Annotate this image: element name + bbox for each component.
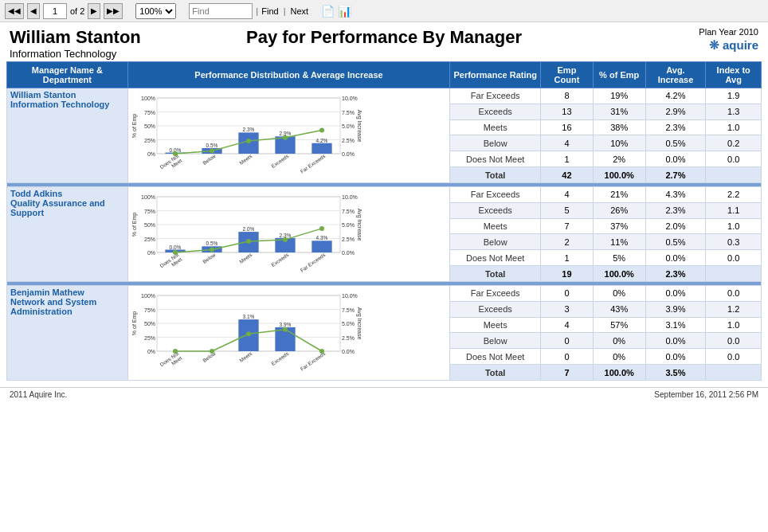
index-to-avg-cell xyxy=(706,167,762,183)
svg-text:0.5%: 0.5% xyxy=(206,241,217,246)
index-to-avg-cell: 0.0 xyxy=(706,151,762,167)
find-separator: | xyxy=(256,6,258,16)
emp-count-cell: 1 xyxy=(541,151,594,167)
performance-chart: 0%25%50%75%100%0.0%2.5%5.0%7.5%10.0%% of… xyxy=(131,289,362,375)
excel-icon[interactable]: 📊 xyxy=(338,5,351,18)
svg-text:100%: 100% xyxy=(141,96,155,101)
svg-text:Exceeds: Exceeds xyxy=(270,350,290,366)
svg-point-85 xyxy=(319,226,324,231)
report-header: William Stanton Information Technology P… xyxy=(0,22,768,61)
avg-increase-cell: 2.3% xyxy=(645,266,706,282)
index-to-avg-cell: 1.0 xyxy=(706,218,762,234)
avg-increase-cell: 4.2% xyxy=(645,88,706,104)
perf-rating-cell: Meets xyxy=(450,218,541,234)
index-to-avg-cell: 0.0 xyxy=(706,349,762,365)
perf-rating-cell: Far Exceeds xyxy=(450,88,541,104)
svg-text:Below: Below xyxy=(202,153,217,166)
find-input[interactable] xyxy=(189,3,253,19)
pct-emp-cell: 10% xyxy=(593,135,645,151)
prev-page-button[interactable]: ◀ xyxy=(27,3,40,19)
svg-point-119 xyxy=(210,349,214,354)
index-to-avg-cell: 1.3 xyxy=(706,104,762,119)
performance-chart: 0%25%50%75%100%0.0%2.5%5.0%7.5%10.0%% of… xyxy=(131,190,362,276)
pdf-icon[interactable]: 📄 xyxy=(321,5,335,18)
pct-emp-cell: 0% xyxy=(593,286,645,302)
main-table: Manager Name & Department Performance Di… xyxy=(6,61,762,381)
emp-count-cell: 19 xyxy=(541,266,594,282)
perf-rating-cell: Meets xyxy=(450,317,541,333)
svg-text:0.5%: 0.5% xyxy=(206,143,217,148)
svg-text:Exceeds: Exceeds xyxy=(270,153,290,169)
perf-rating-cell: Does Not Meet xyxy=(450,250,541,266)
page-number-input[interactable] xyxy=(43,3,67,19)
pct-emp-cell: 31% xyxy=(593,104,645,119)
svg-point-41 xyxy=(283,135,288,140)
next-page-button[interactable]: ▶ xyxy=(88,3,100,19)
perf-rating-cell: Does Not Meet xyxy=(450,151,541,167)
pct-emp-cell: 19% xyxy=(593,88,645,104)
chart-cell: 0%25%50%75%100%0.0%2.5%5.0%7.5%10.0%% of… xyxy=(127,187,450,282)
performance-chart: 0%25%50%75%100%0.0%2.5%5.0%7.5%10.0%% of… xyxy=(131,92,362,178)
avg-increase-cell: 2.3% xyxy=(645,119,706,135)
report-title: Pay for Performance By Manager xyxy=(197,27,571,48)
avg-increase-cell: 3.1% xyxy=(645,317,706,333)
emp-count-cell: 7 xyxy=(541,365,594,381)
svg-point-83 xyxy=(246,239,251,244)
emp-count-cell: 4 xyxy=(541,187,594,203)
avg-increase-cell: 0.5% xyxy=(645,234,706,250)
find-label: Find xyxy=(261,6,278,16)
svg-text:Far Exceeds: Far Exceeds xyxy=(299,153,327,174)
pct-emp-cell: 5% xyxy=(593,250,645,266)
svg-text:Avg Increase: Avg Increase xyxy=(356,110,362,143)
manager-cell: Benjamin MathewNetwork and System Admini… xyxy=(7,286,128,381)
avg-increase-cell: 0.0% xyxy=(645,286,706,302)
index-to-avg-cell: 0.0 xyxy=(706,250,762,266)
header-title: Pay for Performance By Manager xyxy=(197,27,571,48)
avg-increase-cell: 0.5% xyxy=(645,135,706,151)
last-page-button[interactable]: ▶▶ xyxy=(104,3,123,19)
index-to-avg-cell: 0.0 xyxy=(706,333,762,349)
svg-point-120 xyxy=(246,331,251,336)
zoom-select[interactable]: 100% 75% 50% 150% xyxy=(135,3,176,19)
svg-text:7.5%: 7.5% xyxy=(342,209,355,214)
report-footer: 2011 Aquire Inc. September 16, 2011 2:56… xyxy=(0,387,768,401)
avg-increase-cell: 2.3% xyxy=(645,202,706,218)
svg-text:50%: 50% xyxy=(144,321,155,327)
pipe-sep: | xyxy=(284,6,286,16)
emp-count-cell: 2 xyxy=(541,234,594,250)
svg-point-84 xyxy=(283,237,288,242)
svg-text:0.0%: 0.0% xyxy=(169,244,181,250)
chart-cell: 0%25%50%75%100%0.0%2.5%5.0%7.5%10.0%% of… xyxy=(127,286,450,381)
pct-emp-cell: 57% xyxy=(593,317,645,333)
manager-cell: William StantonInformation Technology xyxy=(7,88,128,183)
svg-text:5.0%: 5.0% xyxy=(342,222,355,228)
emp-count-cell: 7 xyxy=(541,218,594,234)
svg-text:4.2%: 4.2% xyxy=(315,138,327,143)
index-to-avg-cell: 0.2 xyxy=(706,135,762,151)
svg-text:100%: 100% xyxy=(141,293,155,299)
avg-increase-cell: 4.3% xyxy=(645,187,706,203)
svg-text:% of Emp: % of Emp xyxy=(131,311,138,335)
pct-emp-cell: 21% xyxy=(593,187,645,203)
perf-rating-cell: Total xyxy=(450,365,541,381)
pct-emp-cell: 26% xyxy=(593,202,645,218)
index-to-avg-cell: 1.9 xyxy=(706,88,762,104)
svg-text:Exceeds: Exceeds xyxy=(270,252,290,268)
avg-increase-cell: 0.0% xyxy=(645,333,706,349)
th-manager: Manager Name & Department xyxy=(7,62,128,88)
of-pages-label: of 2 xyxy=(70,6,84,16)
toolbar: ◀◀ ◀ of 2 ▶ ▶▶ 100% 75% 50% 150% | Find … xyxy=(0,0,768,22)
pct-emp-cell: 2% xyxy=(593,151,645,167)
svg-point-38 xyxy=(173,151,178,156)
svg-text:2.5%: 2.5% xyxy=(342,138,355,143)
svg-text:75%: 75% xyxy=(144,110,155,115)
perf-rating-cell: Below xyxy=(450,333,541,349)
emp-count-cell: 42 xyxy=(541,167,594,183)
index-to-avg-cell: 1.2 xyxy=(706,301,762,317)
th-chart: Performance Distribution & Average Incre… xyxy=(127,62,450,88)
svg-text:% of Emp: % of Emp xyxy=(131,213,138,237)
manager-cell: Todd AdkinsQuality Assurance and Support xyxy=(7,187,128,282)
index-to-avg-cell: 1.1 xyxy=(706,202,762,218)
first-page-button[interactable]: ◀◀ xyxy=(5,3,24,19)
section-manager-name: William StantonInformation Technology xyxy=(10,90,124,109)
